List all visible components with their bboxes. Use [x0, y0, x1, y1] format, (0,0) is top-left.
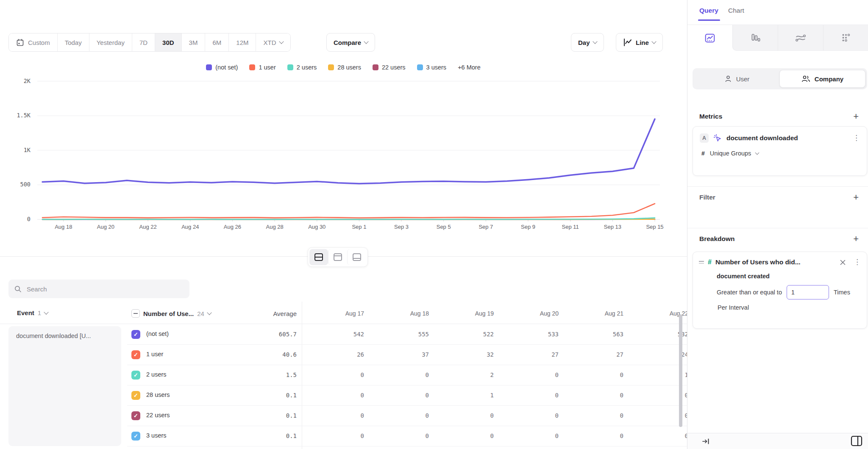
legend-item[interactable]: 22 users	[373, 64, 406, 71]
event-column-header[interactable]: Event 1	[17, 309, 48, 316]
series-label: 22 users	[146, 412, 170, 419]
x-axis-label: Aug 28	[256, 224, 294, 230]
event-name-cell[interactable]: document downloaded [U...	[8, 326, 121, 446]
series-label: 2 users	[146, 371, 167, 378]
legend-more[interactable]: +6 More	[458, 64, 481, 71]
measure-dropdown[interactable]: Unique Groups	[710, 150, 759, 157]
scope-user-button[interactable]: User	[694, 70, 779, 88]
add-breakdown-button[interactable]: +	[853, 235, 859, 243]
tab-query[interactable]: Query	[699, 7, 718, 14]
breakdown-card[interactable]: # Number of Users who did... ⋮ document …	[693, 252, 867, 329]
metric-letter-badge: A	[700, 133, 709, 143]
breakdown-per-interval[interactable]: Per Interval	[718, 304, 861, 311]
filter-section-header: Filter +	[699, 194, 859, 201]
drag-handle-icon[interactable]	[699, 261, 704, 263]
y-axis-label: 2K	[0, 78, 31, 84]
interval-label: Day	[578, 39, 590, 46]
breakdown-unit-label: Times	[834, 289, 850, 296]
add-metric-button[interactable]: +	[853, 113, 859, 120]
search-input[interactable]	[26, 285, 184, 293]
series-checkbox[interactable]: ✓	[131, 391, 140, 400]
range-button-xtd[interactable]: XTD	[256, 33, 290, 51]
cell-value: 27	[501, 351, 559, 358]
legend-item[interactable]: 2 users	[287, 64, 317, 71]
series-checkbox[interactable]: ✓	[131, 432, 140, 441]
range-button-12m[interactable]: 12M	[228, 33, 256, 51]
x-axis-label: Sep 9	[509, 224, 547, 230]
chart-type-dots-button[interactable]	[823, 25, 868, 51]
range-button-custom[interactable]: Custom	[9, 33, 57, 51]
legend-swatch	[373, 64, 378, 70]
chart-type-dropdown[interactable]: Line	[616, 33, 663, 52]
breakdown-condition-label[interactable]: Greater than or equal to	[717, 289, 782, 296]
legend-item[interactable]: 3 users	[417, 64, 447, 71]
date-range-group: CustomTodayYesterday7D30D3M6M12MXTD	[8, 33, 291, 52]
x-axis-label: Sep 3	[382, 224, 420, 230]
range-button-3m[interactable]: 3M	[181, 33, 205, 51]
toggle-right-panel-icon[interactable]	[851, 435, 862, 446]
close-icon[interactable]	[840, 260, 846, 265]
collapse-panel-icon[interactable]	[702, 438, 710, 445]
cell-value: 2	[436, 371, 494, 378]
table-row: ✓28 users0.1001000	[127, 385, 687, 406]
layout-toggle-group	[308, 247, 368, 267]
cell-value: 0	[630, 412, 687, 419]
x-axis-label: Sep 11	[551, 224, 590, 230]
legend-item[interactable]: (not set)	[206, 64, 238, 71]
table-header: Event 1 Number of Use... 24 Average Aug …	[0, 304, 687, 324]
breakdown-name[interactable]: Number of Users who did...	[715, 258, 836, 266]
layout-split-view-button[interactable]	[309, 249, 328, 265]
interval-dropdown[interactable]: Day	[571, 33, 604, 52]
metric-event-name[interactable]: document downloaded	[726, 134, 849, 142]
analytics-app: CustomTodayYesterday7D30D3M6M12MXTD Comp…	[0, 0, 868, 449]
number-column-header[interactable]: Number of Use... 24	[131, 309, 211, 318]
range-button-6m[interactable]: 6M	[205, 33, 228, 51]
number-col-count: 24	[197, 310, 204, 317]
date-column-header: Aug 19	[436, 310, 494, 317]
compare-button[interactable]: Compare	[326, 33, 375, 52]
chart-legend: (not set)1 user2 users28 users22 users3 …	[0, 64, 687, 71]
breakdown-event-name[interactable]: document created	[717, 273, 861, 280]
breakdown-title: Breakdown	[699, 235, 735, 243]
cell-value: 542	[306, 331, 364, 338]
series-checkbox[interactable]: ✓	[131, 330, 140, 339]
tab-chart[interactable]: Chart	[728, 7, 744, 14]
metrics-section-header: Metrics +	[699, 113, 859, 120]
average-value: 0.1	[240, 412, 297, 419]
range-button-30d[interactable]: 30D	[155, 33, 181, 51]
range-button-7d[interactable]: 7D	[132, 33, 155, 51]
metric-card[interactable]: A document downloaded ⋮ # Unique Groups	[693, 126, 867, 176]
add-filter-button[interactable]: +	[853, 194, 859, 201]
range-button-today[interactable]: Today	[57, 33, 89, 51]
layout-chart-top-button[interactable]	[328, 249, 347, 265]
calendar-icon	[16, 39, 24, 47]
chart-type-flow-button[interactable]	[778, 25, 823, 51]
series-checkbox[interactable]: ✓	[131, 411, 140, 420]
legend-item[interactable]: 1 user	[249, 64, 275, 71]
chart-type-label: Line	[636, 39, 649, 46]
series-checkbox[interactable]: ✓	[131, 371, 140, 380]
select-all-checkbox[interactable]	[131, 309, 140, 318]
series-checkbox[interactable]: ✓	[131, 350, 140, 359]
breakdown-times-input[interactable]	[787, 285, 829, 299]
cell-value: 27	[565, 351, 623, 358]
x-axis-label: Aug 26	[213, 224, 251, 230]
table-scrollbar[interactable]	[679, 314, 682, 427]
range-button-yesterday[interactable]: Yesterday	[89, 33, 132, 51]
breakdown-kebab-menu[interactable]: ⋮	[854, 259, 861, 265]
y-axis-label: 1K	[0, 147, 31, 153]
filter-title: Filter	[699, 194, 715, 201]
x-axis-label: Sep 1	[340, 224, 378, 230]
cell-value: 0	[501, 412, 559, 419]
x-axis-label: Aug 18	[45, 224, 83, 230]
metric-kebab-menu[interactable]: ⋮	[853, 135, 860, 141]
cell-value: 1	[630, 371, 687, 378]
legend-item[interactable]: 28 users	[328, 64, 361, 71]
chart-type-bar-button[interactable]	[732, 25, 778, 51]
cell-value: 555	[371, 331, 429, 338]
chart-type-line-button[interactable]	[687, 25, 732, 51]
layout-chart-bottom-button[interactable]	[347, 249, 366, 265]
scope-company-button[interactable]: Company	[779, 70, 865, 88]
cell-value: 0	[306, 412, 364, 419]
cell-value: 0	[371, 432, 429, 439]
